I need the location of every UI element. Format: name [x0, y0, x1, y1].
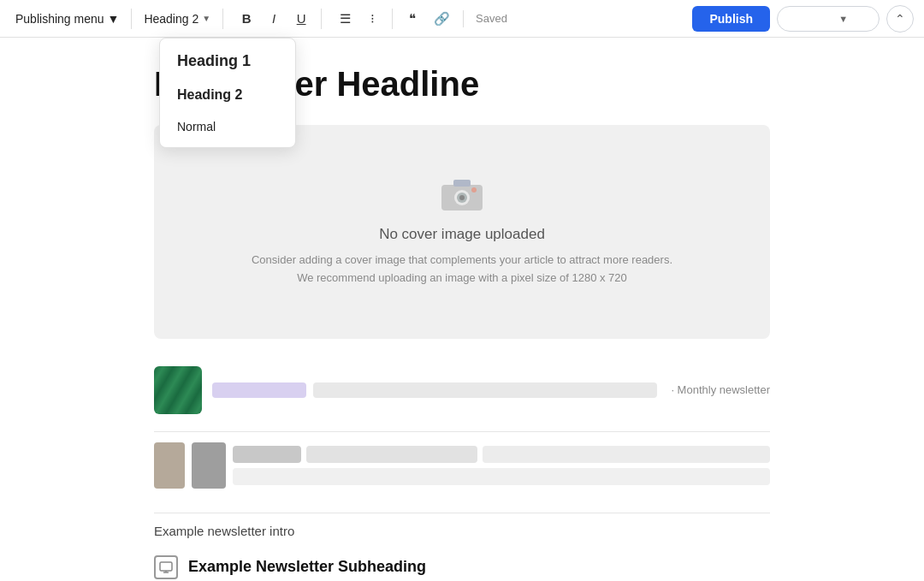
heading-2-option[interactable]: Heading 2 [160, 79, 295, 111]
collapse-button[interactable]: ⌃ [886, 5, 914, 33]
bar-row-2 [233, 468, 770, 485]
bar-light-wide [306, 446, 477, 463]
newsletter-row: · Monthly newsletter [154, 366, 770, 414]
publishing-menu-label: Publishing menu [15, 12, 104, 26]
bar-long-light [313, 382, 657, 398]
publishing-menu-arrow-icon: ▼ [108, 12, 120, 26]
toolbar-divider-3 [321, 9, 322, 29]
saved-label: Saved [476, 12, 507, 25]
toolbar-divider-4 [392, 9, 393, 29]
heading-selector-arrow-icon: ▼ [202, 14, 210, 23]
subheading-row: Example Newsletter Subheading [154, 555, 770, 579]
bold-icon: B [242, 11, 252, 26]
thumbnail-leaves-decoration [154, 366, 202, 414]
underline-icon: U [297, 11, 306, 26]
heading-selector-button[interactable]: Heading 2 ▼ [139, 9, 216, 29]
audience-dropdown[interactable]: ▼ [777, 6, 880, 32]
toolbar: Publishing menu ▼ Heading 2 ▼ B I U ☰ [0, 0, 924, 38]
toolbar-separator-saved [463, 10, 464, 27]
svg-rect-6 [160, 562, 172, 571]
italic-icon: I [272, 11, 275, 26]
italic-button[interactable]: I [261, 6, 287, 32]
newsletter-bar-top: · Monthly newsletter [212, 382, 770, 398]
ordered-list-button[interactable]: ☰ [332, 6, 358, 32]
heading-2-label: Heading 2 [177, 87, 242, 102]
quote-icon: ❝ [409, 11, 416, 27]
audience-dropdown-value [788, 11, 833, 27]
bold-button[interactable]: B [234, 6, 259, 32]
newsletter-bar-group: · Monthly newsletter [212, 382, 770, 398]
publish-button[interactable]: Publish [692, 6, 770, 32]
bar-row-1 [233, 446, 770, 463]
camera-icon [440, 176, 484, 212]
cover-no-image-title: No cover image uploaded [379, 226, 545, 243]
underline-button[interactable]: U [288, 6, 314, 32]
bar-gray-medium [192, 442, 226, 489]
heading-1-label: Heading 1 [177, 52, 251, 69]
toolbar-right: Publish ▼ ⌃ [692, 5, 914, 33]
toolbar-divider-1 [131, 9, 132, 29]
heading-dropdown: Heading 1 Heading 2 Normal [159, 38, 296, 148]
link-button[interactable]: 🔗 [429, 6, 454, 32]
unordered-list-button[interactable]: ⁝ [359, 6, 385, 32]
publishing-menu-button[interactable]: Publishing menu ▼ [10, 9, 124, 29]
bar-med-gray [233, 446, 301, 463]
toolbar-divider-2 [222, 9, 223, 29]
bar-full [233, 468, 770, 485]
newsletter-intro[interactable]: Example newsletter intro [154, 524, 770, 538]
svg-point-4 [459, 195, 465, 200]
camera-icon-wrap [440, 176, 484, 216]
bar-tan [154, 442, 185, 489]
subheading-text[interactable]: Example Newsletter Subheading [188, 558, 426, 576]
heading-1-option[interactable]: Heading 1 [160, 44, 295, 79]
toolbar-left: Publishing menu ▼ Heading 2 ▼ B I U ☰ [10, 6, 507, 32]
subheading-icon [154, 555, 178, 579]
svg-rect-1 [453, 180, 471, 187]
newsletter-thumbnail [154, 366, 202, 414]
normal-option[interactable]: Normal [160, 111, 295, 142]
link-icon: 🔗 [434, 11, 450, 27]
bar-light-full [483, 446, 770, 463]
second-content-row [154, 442, 770, 489]
cover-no-image-desc: Consider adding a cover image that compl… [252, 252, 672, 288]
svg-point-5 [471, 187, 477, 193]
bar-group-right [233, 446, 770, 485]
divider-line-1 [154, 431, 770, 432]
heading-selector-label: Heading 2 [144, 12, 198, 26]
monitor-icon [159, 560, 173, 574]
cover-desc-line1: Consider adding a cover image that compl… [252, 253, 672, 266]
list-group: ☰ ⁝ [332, 6, 385, 32]
chevron-up-icon: ⌃ [895, 12, 905, 26]
divider-line-2 [154, 513, 770, 513]
cover-image-area[interactable]: No cover image uploaded Consider adding … [154, 125, 770, 339]
ordered-list-icon: ☰ [340, 11, 351, 27]
quote-button[interactable]: ❝ [400, 6, 425, 32]
cover-desc-line2: We recommend uploading an image with a p… [297, 271, 627, 284]
newsletter-tag: · Monthly newsletter [671, 383, 770, 396]
audience-dropdown-arrow-icon: ▼ [838, 14, 848, 24]
format-group: B I U [234, 6, 314, 32]
bar-purple [212, 382, 306, 398]
unordered-list-icon: ⁝ [370, 11, 375, 27]
normal-label: Normal [177, 120, 216, 133]
